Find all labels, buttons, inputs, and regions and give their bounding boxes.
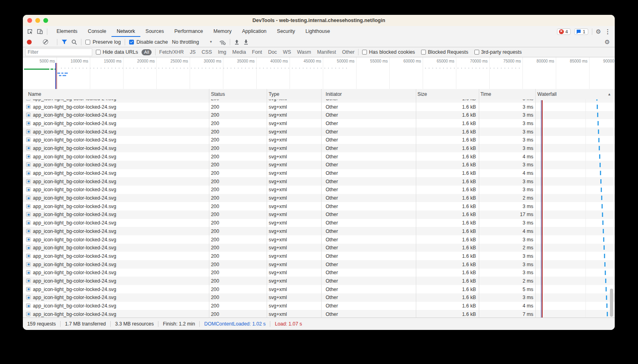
network-request-row[interactable]: app_icon-light_bg-color-locked-24.svg 20…: [23, 152, 615, 161]
record-button[interactable]: [27, 40, 32, 44]
clear-requests-icon[interactable]: [43, 39, 48, 44]
sort-ascending-icon[interactable]: ▲: [608, 92, 611, 96]
network-request-row[interactable]: app_icon-light_bg-color-locked-24.svg 20…: [23, 269, 615, 277]
filter-checkbox-control[interactable]: Blocked Requests: [421, 49, 468, 55]
network-request-row[interactable]: app_icon-light_bg-color-locked-24.svg 20…: [23, 111, 615, 119]
column-header-name[interactable]: Name: [28, 91, 41, 97]
request-size: 1.6 kB: [416, 270, 476, 275]
tab-console[interactable]: Console: [83, 26, 111, 37]
tab-performance[interactable]: Performance: [169, 26, 209, 37]
export-har-icon[interactable]: [243, 39, 249, 45]
filter-checkbox-control[interactable]: Has blocked cookies: [362, 49, 415, 55]
column-header-size[interactable]: Size: [417, 91, 427, 97]
network-request-row[interactable]: app_icon-light_bg-color-locked-24.svg 20…: [23, 161, 615, 169]
waterfall-bar: [606, 287, 607, 291]
import-har-icon[interactable]: [234, 39, 239, 45]
network-request-row[interactable]: app_icon-light_bg-color-locked-24.svg 20…: [23, 169, 615, 178]
resource-type-filter[interactable]: Media: [232, 49, 246, 55]
column-header-time[interactable]: Time: [480, 91, 491, 97]
network-overview-timeline[interactable]: 5000 ms10000 ms15000 ms20000 ms25000 ms3…: [23, 57, 615, 89]
image-file-icon: [26, 146, 30, 150]
request-status: 200: [211, 154, 219, 160]
disable-cache-control[interactable]: Disable cache: [129, 39, 168, 45]
tab-memory[interactable]: Memory: [208, 26, 237, 37]
network-request-row[interactable]: app_icon-light_bg-color-locked-24.svg 20…: [23, 277, 615, 285]
disable-cache-checkbox[interactable]: [129, 40, 134, 44]
device-toolbar-icon[interactable]: [37, 28, 43, 34]
network-request-row[interactable]: app_icon-light_bg-color-locked-24.svg 20…: [23, 302, 615, 310]
network-request-row[interactable]: app_icon-light_bg-color-locked-24.svg 20…: [23, 103, 615, 111]
throttling-dropdown[interactable]: No throttling ▼: [172, 39, 213, 45]
resource-type-filter[interactable]: Doc: [268, 49, 277, 55]
settings-gear-icon[interactable]: ⚙: [596, 28, 601, 34]
network-request-row[interactable]: app_icon-light_bg-color-locked-24.svg 20…: [23, 127, 615, 136]
resource-type-filter[interactable]: WS: [283, 49, 291, 55]
column-header-initiator[interactable]: Initiator: [326, 91, 342, 97]
resource-type-filter[interactable]: JS: [190, 49, 196, 55]
request-initiator: Other: [326, 262, 338, 267]
close-window-button[interactable]: [27, 18, 32, 23]
network-request-row[interactable]: app_icon-light_bg-color-locked-24.svg 20…: [23, 144, 615, 152]
network-request-row[interactable]: app_icon-light_bg-color-locked-24.svg 20…: [23, 285, 615, 293]
resource-type-filter[interactable]: Img: [218, 49, 226, 55]
overview-tick-label: 75000 ms: [503, 59, 521, 63]
tab-network[interactable]: Network: [111, 26, 140, 37]
filter-funnel-icon[interactable]: [61, 39, 67, 44]
filter-checkbox[interactable]: [421, 50, 426, 55]
search-icon[interactable]: [71, 39, 77, 45]
filter-checkbox[interactable]: [474, 50, 479, 55]
resource-type-filter[interactable]: CSS: [202, 49, 212, 55]
network-request-row[interactable]: app_icon-light_bg-color-locked-24.svg 20…: [23, 244, 615, 252]
network-request-row[interactable]: app_icon-light_bg-color-locked-24.svg 20…: [23, 252, 615, 260]
filter-checkbox-control[interactable]: 3rd-party requests: [474, 49, 522, 55]
vertical-scrollbar-thumb[interactable]: [610, 289, 613, 317]
network-request-row[interactable]: app_icon-light_bg-color-locked-24.svg 20…: [23, 136, 615, 144]
network-request-row[interactable]: app_icon-light_bg-color-locked-24.svg 20…: [23, 119, 615, 127]
column-header-waterfall[interactable]: Waterfall: [537, 91, 557, 97]
console-errors-badge[interactable]: ✕ 4: [557, 28, 571, 35]
console-issues-badge[interactable]: 1: [574, 28, 588, 35]
network-request-row[interactable]: app_icon-light_bg-color-locked-24.svg 20…: [23, 219, 615, 227]
filter-input[interactable]: [25, 49, 92, 56]
resource-type-filter[interactable]: Other: [342, 49, 354, 55]
network-request-row[interactable]: app_icon-light_bg-color-locked-24.svg 20…: [23, 194, 615, 202]
zoom-window-button[interactable]: [43, 18, 48, 23]
tab-application[interactable]: Application: [237, 26, 271, 37]
resource-type-filter[interactable]: Fetch/XHR: [159, 49, 184, 55]
tab-lighthouse[interactable]: Lighthouse: [300, 26, 335, 37]
filter-checkbox[interactable]: [362, 50, 367, 55]
network-request-row[interactable]: app_icon-light_bg-color-locked-24.svg 20…: [23, 210, 615, 219]
network-request-row[interactable]: app_icon-light_bg-color-locked-24.svg 20…: [23, 99, 615, 103]
hide-data-urls-checkbox[interactable]: [96, 50, 101, 55]
resource-type-filter[interactable]: Font: [252, 49, 262, 55]
overview-tick-label: 30000 ms: [204, 59, 221, 63]
network-request-row[interactable]: app_icon-light_bg-color-locked-24.svg 20…: [23, 186, 615, 194]
hide-data-urls-control[interactable]: Hide data URLs: [96, 49, 138, 55]
column-header-type[interactable]: Type: [269, 91, 280, 97]
preserve-log-control[interactable]: Preserve log: [85, 39, 121, 45]
resource-type-filter[interactable]: Manifest: [317, 49, 336, 55]
network-request-row[interactable]: app_icon-light_bg-color-locked-24.svg 20…: [23, 227, 615, 235]
image-file-icon: [26, 279, 30, 283]
preserve-log-checkbox[interactable]: [85, 40, 90, 44]
network-request-row[interactable]: app_icon-light_bg-color-locked-24.svg 20…: [23, 293, 615, 302]
minimize-window-button[interactable]: [35, 18, 40, 23]
request-name: app_icon-light_bg-color-locked-24.svg: [33, 195, 116, 201]
inspect-element-icon[interactable]: [27, 28, 33, 34]
kebab-menu-icon[interactable]: ⋮: [605, 28, 611, 34]
network-request-row[interactable]: app_icon-light_bg-color-locked-24.svg 20…: [23, 310, 615, 317]
request-name: app_icon-light_bg-color-locked-24.svg: [33, 253, 116, 259]
tab-elements[interactable]: Elements: [51, 26, 83, 37]
column-header-status[interactable]: Status: [211, 91, 225, 97]
request-initiator: Other: [326, 212, 338, 217]
network-settings-gear-icon[interactable]: ⚙: [605, 39, 615, 45]
network-request-row[interactable]: app_icon-light_bg-color-locked-24.svg 20…: [23, 235, 615, 244]
network-request-row[interactable]: app_icon-light_bg-color-locked-24.svg 20…: [23, 260, 615, 269]
network-conditions-icon[interactable]: [219, 39, 226, 45]
network-request-row[interactable]: app_icon-light_bg-color-locked-24.svg 20…: [23, 177, 615, 186]
network-request-row[interactable]: app_icon-light_bg-color-locked-24.svg 20…: [23, 202, 615, 210]
filter-all-pill[interactable]: All: [142, 49, 152, 55]
resource-type-filter[interactable]: Wasm: [297, 49, 311, 55]
tab-security[interactable]: Security: [272, 26, 300, 37]
tab-sources[interactable]: Sources: [140, 26, 169, 37]
